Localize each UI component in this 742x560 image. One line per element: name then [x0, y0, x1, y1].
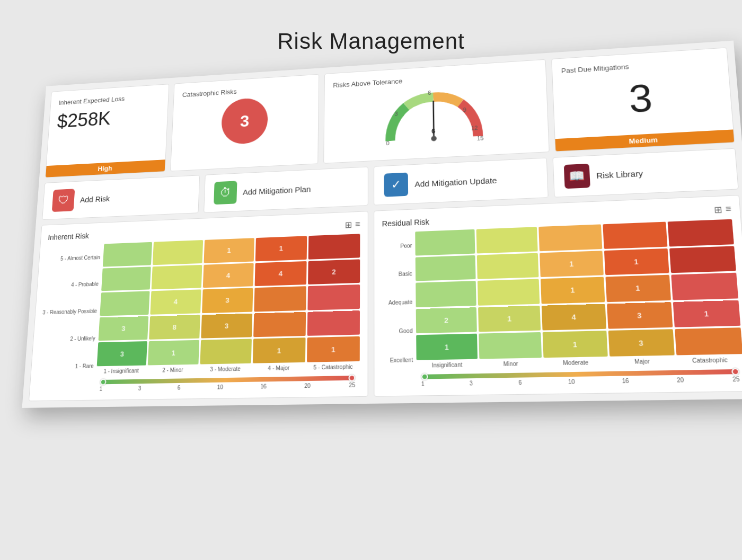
inherent-slider[interactable]: 1 3 6 10 16 20 25 — [95, 375, 360, 392]
inherent-heatmap: 5 - Almost Certain 4 - Probable 3 - Reas… — [37, 234, 360, 393]
heatmap-cell[interactable]: 1 — [307, 336, 360, 362]
heatmap-cell[interactable]: 3 — [97, 341, 148, 366]
heatmap-cell[interactable] — [669, 245, 736, 273]
heatmap-cell[interactable]: 3 — [98, 316, 148, 341]
residual-slider-max[interactable] — [731, 368, 739, 375]
heatmap-cell[interactable]: 1 — [253, 337, 305, 363]
residual-heatmap-main: 111121431113 Insignificant Minor Moderat… — [415, 219, 742, 387]
heatmap-cell[interactable] — [477, 253, 539, 279]
heatmap-cell[interactable] — [603, 221, 667, 248]
heatmap-cell[interactable] — [667, 219, 734, 246]
risk-library-label: Risk Library — [596, 168, 643, 180]
inherent-grid: 11442433833111 — [97, 234, 360, 366]
heatmap-cell[interactable]: 4 — [151, 289, 201, 314]
heatmap-cell[interactable] — [152, 264, 202, 289]
catastrophic-count: 3 — [221, 97, 268, 145]
svg-text:6: 6 — [428, 90, 431, 96]
inherent-loss-value: $258K — [57, 104, 160, 131]
heatmap-cell[interactable] — [415, 229, 475, 255]
heatmap-cell[interactable] — [103, 242, 153, 266]
risks-above-label: Risks Above Tolerance — [333, 68, 536, 89]
inherent-slider-min[interactable] — [100, 378, 106, 385]
heatmap-cell[interactable] — [416, 255, 476, 281]
heatmap-cell[interactable] — [539, 224, 602, 251]
menu-icon[interactable]: ≡ — [355, 219, 360, 229]
past-due-card: Past Due Mitigations 3 Medium — [551, 47, 735, 152]
heatmap-cell[interactable]: 1 — [673, 300, 740, 327]
heatmap-cell[interactable] — [307, 285, 360, 310]
heatmap-cell[interactable] — [200, 339, 252, 364]
heatmap-cell[interactable]: 1 — [416, 334, 478, 360]
heatmap-cell[interactable] — [253, 312, 306, 337]
residual-y-labels: Poor Basic Adequate Good Excellent — [382, 232, 417, 375]
inherent-chart-controls[interactable]: ⊞ ≡ — [344, 219, 360, 229]
catastrophic-label: Catastrophic Risks — [182, 83, 310, 98]
svg-text:15: 15 — [477, 135, 484, 141]
heatmap-cell[interactable]: 3 — [608, 329, 674, 356]
inherent-y-labels: 5 - Almost Certain 4 - Probable 3 - Reas… — [38, 244, 104, 381]
inherent-risk-chart: Inherent Risk ⊞ ≡ 5 - Almost Certain 4 -… — [29, 211, 368, 401]
past-due-value: 3 — [562, 69, 723, 132]
heatmap-cell[interactable]: 1 — [541, 277, 605, 304]
heatmap-cell[interactable]: 3 — [607, 301, 673, 328]
check-icon: ✓ — [384, 172, 409, 197]
heatmap-cell[interactable]: 2 — [308, 259, 360, 284]
heatmap-cell[interactable]: 1 — [204, 238, 254, 263]
add-mitigation-label: Add Mitigation Plan — [243, 184, 311, 196]
charts-row: Inherent Risk ⊞ ≡ 5 - Almost Certain 4 -… — [22, 194, 742, 408]
add-risk-button[interactable]: 🛡 Add Risk — [42, 175, 200, 220]
residual-slider-min[interactable] — [421, 373, 428, 380]
heatmap-cell[interactable]: 3 — [202, 288, 253, 313]
heatmap-cell[interactable]: 1 — [543, 331, 607, 358]
inherent-slider-max[interactable] — [348, 374, 355, 381]
heatmap-cell[interactable] — [153, 240, 203, 265]
heatmap-cell[interactable]: 1 — [604, 248, 669, 275]
add-update-button[interactable]: ✓ Add Mitigation Update — [374, 157, 548, 205]
table-icon-2[interactable]: ⊞ — [713, 204, 722, 215]
heatmap-cell[interactable]: 1 — [148, 340, 199, 365]
heatmap-cell[interactable] — [479, 332, 542, 359]
catastrophic-risks-card: Catastrophic Risks 3 — [171, 74, 319, 171]
risk-library-button[interactable]: 📖 Risk Library — [552, 148, 739, 197]
inherent-heatmap-main: 11442433833111 1 - Insignificant 2 - Min… — [95, 234, 360, 392]
heatmap-cell[interactable] — [478, 279, 540, 305]
heatmap-cell[interactable]: 1 — [605, 274, 671, 301]
heatmap-cell[interactable]: 2 — [416, 307, 477, 333]
heatmap-cell[interactable] — [307, 310, 360, 335]
heatmap-cell[interactable] — [476, 227, 538, 253]
heatmap-cell[interactable] — [671, 272, 738, 300]
risks-above-card: Risks Above Tolerance 0 3 6 9 12 — [323, 59, 550, 163]
menu-icon-2[interactable]: ≡ — [725, 203, 731, 215]
residual-chart-controls[interactable]: ⊞ ≡ — [713, 203, 731, 215]
shield-icon: 🛡 — [52, 189, 75, 212]
inherent-loss-label: Inherent Expected Loss — [58, 92, 161, 106]
heatmap-cell[interactable]: 1 — [478, 305, 541, 332]
heatmap-cell[interactable]: 4 — [202, 263, 253, 288]
inherent-loss-card: Inherent Expected Loss $258K High — [45, 84, 170, 177]
heatmap-cell[interactable]: 1 — [540, 250, 603, 277]
heatmap-cell[interactable] — [308, 234, 360, 259]
heatmap-cell[interactable]: 3 — [201, 313, 252, 339]
svg-text:3: 3 — [395, 110, 398, 117]
svg-text:12: 12 — [471, 125, 478, 131]
heatmap-cell[interactable]: 8 — [149, 315, 200, 340]
heatmap-cell[interactable] — [675, 327, 742, 355]
add-risk-label: Add Risk — [80, 193, 110, 203]
svg-text:0: 0 — [386, 139, 390, 146]
residual-slider[interactable]: 1 3 6 10 16 20 25 — [417, 369, 742, 387]
heatmap-cell[interactable] — [416, 281, 476, 307]
heatmap-cell[interactable]: 1 — [255, 236, 307, 261]
heatmap-cell[interactable] — [254, 286, 306, 312]
book-icon: 📖 — [563, 163, 590, 188]
add-update-label: Add Mitigation Update — [414, 175, 497, 188]
heatmap-cell[interactable]: 4 — [542, 304, 606, 331]
gauge: 0 3 6 9 12 15 6 — [379, 83, 489, 152]
svg-text:6: 6 — [431, 127, 435, 135]
heatmap-cell[interactable] — [100, 291, 150, 316]
gauge-icon: ⏱ — [214, 181, 237, 205]
table-icon[interactable]: ⊞ — [344, 219, 351, 230]
heatmap-cell[interactable] — [101, 266, 151, 291]
residual-heatmap: Poor Basic Adequate Good Excellent 11112… — [382, 219, 742, 387]
add-mitigation-button[interactable]: ⏱ Add Mitigation Plan — [204, 166, 368, 212]
heatmap-cell[interactable]: 4 — [255, 261, 306, 286]
